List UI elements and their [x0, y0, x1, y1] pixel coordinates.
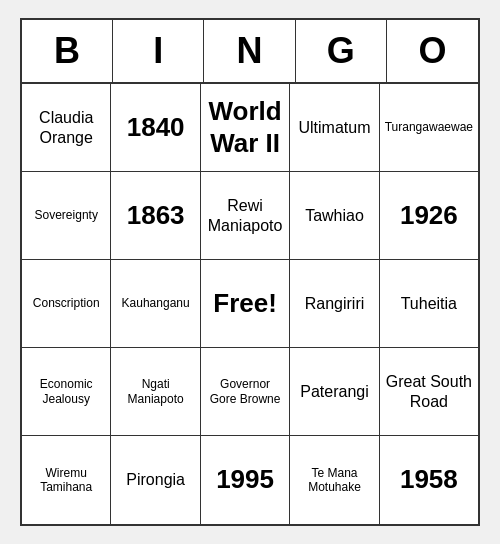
- header-letter-o: O: [387, 20, 478, 82]
- bingo-cell-7: Rewi Maniapoto: [201, 172, 290, 260]
- cell-text-15: Economic Jealousy: [27, 377, 105, 406]
- cell-text-1: 1840: [127, 112, 185, 143]
- cell-text-10: Conscription: [33, 296, 100, 310]
- bingo-cell-0: Claudia Orange: [22, 84, 111, 172]
- header-letter-b: B: [22, 20, 113, 82]
- bingo-cell-20: Wiremu Tamihana: [22, 436, 111, 524]
- bingo-cell-3: Ultimatum: [290, 84, 379, 172]
- cell-text-13: Rangiriri: [305, 294, 365, 313]
- bingo-cell-23: Te Mana Motuhake: [290, 436, 379, 524]
- bingo-cell-5: Sovereignty: [22, 172, 111, 260]
- bingo-cell-13: Rangiriri: [290, 260, 379, 348]
- cell-text-2: World War II: [206, 96, 284, 158]
- bingo-grid: Claudia Orange1840World War IIUltimatumT…: [22, 84, 478, 524]
- bingo-cell-6: 1863: [111, 172, 200, 260]
- cell-text-23: Te Mana Motuhake: [295, 466, 373, 495]
- bingo-header: BINGO: [22, 20, 478, 84]
- cell-text-8: Tawhiao: [305, 206, 364, 225]
- cell-text-14: Tuheitia: [401, 294, 457, 313]
- bingo-cell-4: Turangawaewae: [380, 84, 478, 172]
- bingo-cell-9: 1926: [380, 172, 478, 260]
- bingo-cell-12: Free!: [201, 260, 290, 348]
- cell-text-7: Rewi Maniapoto: [206, 196, 284, 234]
- cell-text-4: Turangawaewae: [385, 120, 473, 134]
- cell-text-9: 1926: [400, 200, 458, 231]
- cell-text-17: Governor Gore Browne: [206, 377, 284, 406]
- bingo-cell-17: Governor Gore Browne: [201, 348, 290, 436]
- cell-text-19: Great South Road: [385, 372, 473, 410]
- cell-text-20: Wiremu Tamihana: [27, 466, 105, 495]
- bingo-card: BINGO Claudia Orange1840World War IIUlti…: [20, 18, 480, 526]
- bingo-cell-11: Kauhanganu: [111, 260, 200, 348]
- bingo-cell-19: Great South Road: [380, 348, 478, 436]
- cell-text-21: Pirongia: [126, 470, 185, 489]
- bingo-cell-22: 1995: [201, 436, 290, 524]
- header-letter-i: I: [113, 20, 204, 82]
- bingo-cell-24: 1958: [380, 436, 478, 524]
- bingo-cell-16: Ngati Maniapoto: [111, 348, 200, 436]
- bingo-cell-8: Tawhiao: [290, 172, 379, 260]
- cell-text-24: 1958: [400, 464, 458, 495]
- cell-text-16: Ngati Maniapoto: [116, 377, 194, 406]
- header-letter-g: G: [296, 20, 387, 82]
- cell-text-12: Free!: [213, 288, 277, 319]
- header-letter-n: N: [204, 20, 295, 82]
- bingo-cell-21: Pirongia: [111, 436, 200, 524]
- cell-text-6: 1863: [127, 200, 185, 231]
- bingo-cell-18: Paterangi: [290, 348, 379, 436]
- cell-text-3: Ultimatum: [298, 118, 370, 137]
- bingo-cell-14: Tuheitia: [380, 260, 478, 348]
- bingo-cell-10: Conscription: [22, 260, 111, 348]
- bingo-cell-1: 1840: [111, 84, 200, 172]
- cell-text-5: Sovereignty: [35, 208, 98, 222]
- cell-text-18: Paterangi: [300, 382, 369, 401]
- bingo-cell-2: World War II: [201, 84, 290, 172]
- cell-text-22: 1995: [216, 464, 274, 495]
- cell-text-0: Claudia Orange: [27, 108, 105, 146]
- bingo-cell-15: Economic Jealousy: [22, 348, 111, 436]
- cell-text-11: Kauhanganu: [122, 296, 190, 310]
